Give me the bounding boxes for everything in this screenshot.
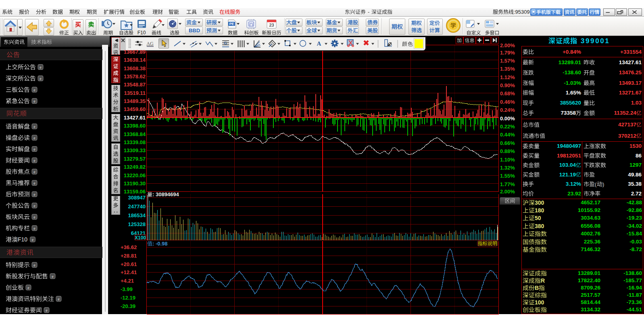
svg-text:e: e xyxy=(33,88,35,92)
svg-text:AG: AG xyxy=(146,41,154,46)
svg-text:A: A xyxy=(317,40,321,47)
svg-text:e: e xyxy=(33,158,35,163)
svg-text:e: e xyxy=(33,170,35,174)
svg-text:e: e xyxy=(33,215,35,219)
svg-text:e: e xyxy=(40,65,42,69)
svg-text:e: e xyxy=(40,76,42,81)
svg-text:e: e xyxy=(32,237,34,242)
svg-text:e: e xyxy=(33,192,35,197)
svg-text:e: e xyxy=(52,274,54,279)
svg-text:e: e xyxy=(33,181,35,185)
svg-text:e: e xyxy=(33,136,35,140)
svg-text:23: 23 xyxy=(269,23,274,27)
svg-text:e: e xyxy=(33,99,35,103)
svg-text:G: G xyxy=(224,41,227,45)
svg-text:e: e xyxy=(27,285,29,290)
svg-text:e: e xyxy=(33,124,35,129)
svg-text:PE: PE xyxy=(229,22,234,26)
svg-text:e: e xyxy=(33,203,35,208)
svg-text:e: e xyxy=(58,297,60,301)
svg-text:e: e xyxy=(33,147,35,151)
svg-text:e: e xyxy=(33,226,35,231)
svg-text:e: e xyxy=(46,308,48,313)
svg-text:e: e xyxy=(33,263,35,267)
